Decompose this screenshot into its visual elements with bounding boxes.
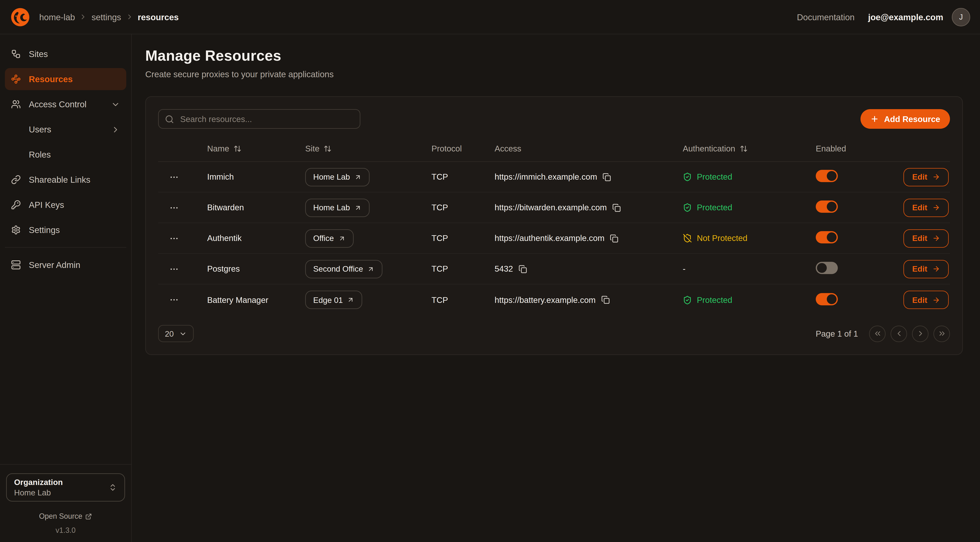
sidebar-item-roles[interactable]: Roles bbox=[5, 143, 126, 166]
organization-value: Home Lab bbox=[14, 488, 108, 498]
sidebar-item-shareable-links[interactable]: Shareable Links bbox=[5, 169, 126, 191]
enabled-toggle[interactable] bbox=[816, 201, 838, 213]
table-row: Bitwarden Home Lab TCP https://bitwarden… bbox=[158, 193, 950, 223]
add-resource-label: Add Resource bbox=[884, 115, 940, 124]
resource-name: Bitwarden bbox=[190, 203, 293, 212]
sidebar-divider bbox=[5, 247, 126, 248]
open-source-link[interactable]: Open Source bbox=[39, 512, 92, 521]
auth-status: Not Protected bbox=[683, 234, 797, 243]
search-input[interactable] bbox=[179, 114, 354, 124]
sidebar-item-access-control[interactable]: Access Control bbox=[5, 93, 126, 115]
chevron-right-icon bbox=[916, 329, 924, 338]
arrow-up-right-icon bbox=[368, 265, 375, 273]
column-header-protocol: Protocol bbox=[413, 144, 474, 153]
arrow-right-icon bbox=[932, 234, 940, 242]
copy-icon[interactable] bbox=[610, 234, 619, 242]
row-menu-button[interactable] bbox=[165, 231, 183, 245]
avatar[interactable]: J bbox=[952, 8, 970, 26]
table-row: Immich Home Lab TCP https://immich.examp… bbox=[158, 162, 950, 193]
sort-icon bbox=[324, 145, 332, 153]
sidebar-item-label: Shareable Links bbox=[29, 175, 120, 185]
shield-check-icon bbox=[683, 295, 692, 304]
pangolin-logo-icon[interactable] bbox=[10, 6, 31, 27]
column-header-authentication[interactable]: Authentication bbox=[672, 144, 797, 153]
enabled-toggle[interactable] bbox=[816, 170, 838, 182]
copy-icon[interactable] bbox=[601, 295, 609, 304]
search-box[interactable] bbox=[158, 109, 360, 129]
edit-button[interactable]: Edit bbox=[904, 168, 949, 186]
column-header-access: Access bbox=[474, 144, 672, 153]
waypoints-icon bbox=[11, 74, 21, 84]
page-size-select[interactable]: 20 bbox=[158, 325, 194, 342]
arrow-right-icon bbox=[932, 173, 940, 181]
copy-icon[interactable] bbox=[612, 203, 621, 212]
row-menu-button[interactable] bbox=[165, 261, 183, 276]
auth-status: Protected bbox=[683, 295, 797, 304]
resource-access-url: https://bitwarden.example.com bbox=[495, 203, 607, 212]
breadcrumb-settings[interactable]: settings bbox=[92, 12, 121, 22]
site-link-badge[interactable]: Edge 01 bbox=[305, 291, 363, 309]
enabled-toggle[interactable] bbox=[816, 231, 838, 244]
documentation-link[interactable]: Documentation bbox=[797, 12, 855, 22]
auth-status: Protected bbox=[683, 172, 797, 182]
add-resource-button[interactable]: Add Resource bbox=[861, 109, 950, 129]
arrow-up-right-icon bbox=[354, 204, 361, 211]
resource-access-url: https://immich.example.com bbox=[495, 172, 597, 182]
chevron-down-icon bbox=[111, 100, 120, 109]
next-page-button[interactable] bbox=[912, 325, 929, 342]
column-header-name[interactable]: Name bbox=[190, 144, 293, 153]
users-icon bbox=[11, 99, 21, 109]
sidebar-item-settings[interactable]: Settings bbox=[5, 219, 126, 241]
resource-name: Authentik bbox=[190, 234, 293, 243]
previous-page-button[interactable] bbox=[891, 325, 907, 342]
app-window: home-lab settings resources Documentatio… bbox=[0, 0, 980, 542]
row-menu-button[interactable] bbox=[165, 292, 183, 307]
sidebar-item-label: Settings bbox=[29, 225, 120, 235]
table-row: Authentik Office TCP https://authentik.e… bbox=[158, 223, 950, 254]
sidebar-item-label: Sites bbox=[29, 49, 120, 59]
site-link-badge[interactable]: Home Lab bbox=[305, 168, 369, 186]
copy-icon[interactable] bbox=[519, 265, 527, 273]
topbar: home-lab settings resources Documentatio… bbox=[0, 0, 980, 34]
chevron-right-icon bbox=[111, 125, 120, 134]
sidebar-item-resources[interactable]: Resources bbox=[5, 68, 126, 90]
breadcrumb-separator-icon bbox=[126, 13, 134, 21]
chevrons-right-icon bbox=[937, 329, 946, 338]
breadcrumb-org[interactable]: home-lab bbox=[39, 12, 75, 22]
main-content: Manage Resources Create secure proxies t… bbox=[132, 34, 980, 542]
organization-label: Organization bbox=[14, 477, 108, 488]
site-link-badge[interactable]: Second Office bbox=[305, 260, 383, 278]
first-page-button[interactable] bbox=[869, 325, 886, 342]
row-menu-button[interactable] bbox=[165, 170, 183, 184]
gear-icon bbox=[11, 225, 21, 235]
edit-button[interactable]: Edit bbox=[904, 198, 949, 217]
organization-selector[interactable]: Organization Home Lab bbox=[6, 473, 125, 502]
edit-button[interactable]: Edit bbox=[904, 291, 949, 309]
enabled-toggle[interactable] bbox=[816, 293, 838, 305]
enabled-toggle[interactable] bbox=[816, 262, 838, 274]
table-row: Battery Manager Edge 01 TCP https://batt… bbox=[158, 284, 950, 315]
external-link-icon bbox=[85, 513, 92, 520]
edit-button[interactable]: Edit bbox=[904, 260, 949, 278]
site-link-badge[interactable]: Home Lab bbox=[305, 198, 369, 217]
shield-check-icon bbox=[683, 172, 692, 182]
sidebar-item-users[interactable]: Users bbox=[5, 118, 126, 140]
edit-button[interactable]: Edit bbox=[904, 229, 949, 247]
last-page-button[interactable] bbox=[934, 325, 950, 342]
sidebar-item-label: API Keys bbox=[29, 200, 120, 210]
resource-protocol: TCP bbox=[413, 234, 474, 243]
sidebar-item-label: Roles bbox=[29, 150, 120, 159]
copy-icon[interactable] bbox=[603, 173, 611, 181]
row-menu-button[interactable] bbox=[165, 200, 183, 215]
shield-check-icon bbox=[683, 203, 692, 212]
auth-status: - bbox=[683, 264, 797, 273]
sidebar-item-api-keys[interactable]: API Keys bbox=[5, 194, 126, 216]
site-link-badge[interactable]: Office bbox=[305, 229, 353, 247]
user-email[interactable]: joe@example.com bbox=[868, 12, 943, 22]
sidebar-item-server-admin[interactable]: Server Admin bbox=[5, 254, 126, 276]
column-header-site[interactable]: Site bbox=[293, 144, 413, 153]
key-icon bbox=[11, 200, 21, 210]
sidebar-item-sites[interactable]: Sites bbox=[5, 43, 126, 65]
arrow-up-right-icon bbox=[347, 296, 355, 303]
resource-access-url: https://authentik.example.com bbox=[495, 234, 605, 243]
